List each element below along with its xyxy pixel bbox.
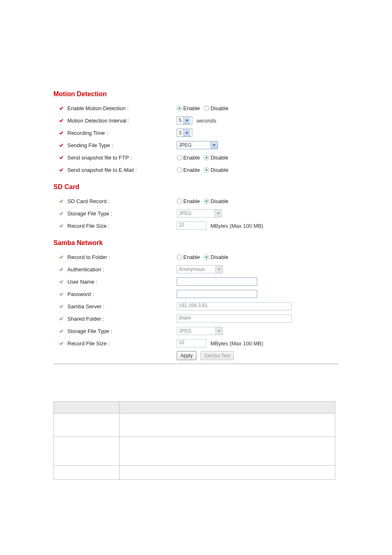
seconds-label: seconds <box>196 118 216 124</box>
samba-record-size-label: Record File Size : <box>67 340 110 347</box>
row-sending-file-type: Sending File Type : JPEG <box>53 139 339 151</box>
settings-panel: Motion Detection Enable Motion Detection… <box>53 90 339 364</box>
sd-card-title: SD Card <box>53 183 339 191</box>
row-samba-storage-type: Storage File Type : JPEG <box>53 325 339 337</box>
samba-password-input[interactable] <box>177 290 257 298</box>
button-row: Apply Samba Test <box>53 351 339 360</box>
table-cell: ' ' ' ' <box>120 414 335 437</box>
row-sdcard-record-size: Record File Size : 10 MBytes (Max 100 MB… <box>53 220 339 232</box>
samba-title: Samba Network <box>53 239 339 247</box>
samba-record-size-input: 10 <box>177 339 206 347</box>
chevron-down-icon <box>215 327 222 335</box>
samba-server-label: Samba Server : <box>67 303 104 310</box>
samba-server-input: 192.168.3.61 <box>177 302 292 310</box>
samba-record-folder-label: Record to Folder : <box>67 254 110 260</box>
sending-file-type-label: Sending File Type : <box>67 142 113 148</box>
row-samba-pass: Password : <box>53 288 339 300</box>
bullet-icon <box>59 211 63 215</box>
send-email-enable-radio[interactable]: Enable <box>177 167 200 173</box>
sdcard-storage-type-select: JPEG <box>177 209 222 217</box>
samba-record-disable-radio[interactable]: Disable <box>204 254 228 260</box>
sdcard-record-size-unit: MBytes (Max 100 MB) <box>210 223 263 229</box>
row-samba-user: User Name : <box>53 275 339 288</box>
table-cell <box>54 437 120 466</box>
description-table: ' ' ' ' <box>53 401 335 480</box>
send-ftp-disable-radio[interactable]: Disable <box>204 155 228 161</box>
chevron-down-icon <box>210 141 217 149</box>
send-ftp-label: Send snapshot file to FTP : <box>67 155 132 161</box>
row-samba-server: Samba Server : 192.168.3.61 <box>53 300 339 312</box>
bullet-icon <box>59 292 63 296</box>
bullet-icon <box>59 168 63 172</box>
samba-storage-type-label: Storage File Type : <box>67 328 112 334</box>
bullet-icon <box>59 280 63 284</box>
bullet-icon <box>59 255 63 259</box>
samba-shared-label: Shared Folder : <box>67 316 104 322</box>
send-email-label: Send snapshot file to E-Mail : <box>67 167 137 173</box>
bullet-icon <box>59 224 63 228</box>
bullet-icon <box>59 267 63 271</box>
svg-marker-2 <box>212 144 216 146</box>
motion-interval-label: Motion Detection Interval : <box>67 118 129 124</box>
bullet-icon <box>59 143 63 147</box>
row-samba-record-folder: Record to Folder : Enable Disable <box>53 251 339 263</box>
svg-marker-3 <box>217 213 220 215</box>
svg-marker-1 <box>185 132 189 134</box>
enable-motion-disable-radio[interactable]: Disable <box>204 105 228 111</box>
table-cell <box>54 466 120 480</box>
samba-shared-input: share <box>177 314 292 323</box>
row-samba-record-size: Record File Size : 10 MBytes (Max 100 MB… <box>53 337 339 349</box>
row-motion-interval: Motion Detection Interval : 5 seconds <box>53 114 339 127</box>
samba-record-size-unit: MBytes (Max 100 MB) <box>210 340 263 347</box>
enable-motion-label: Enable Motion Detection : <box>67 105 129 111</box>
bullet-icon <box>59 155 63 160</box>
row-samba-auth: Authentication : Anonymous <box>53 263 339 275</box>
bullet-icon <box>59 199 63 203</box>
bullet-icon <box>59 131 63 135</box>
svg-marker-0 <box>185 120 189 122</box>
row-sdcard-storage-type: Storage File Type : JPEG <box>53 207 339 220</box>
samba-storage-type-select: JPEG <box>177 327 223 335</box>
recording-time-select[interactable]: 3 <box>177 129 192 137</box>
row-recording-time: Recording Time : 3 <box>53 127 339 139</box>
bullet-icon <box>59 329 63 333</box>
chevron-down-icon <box>183 129 190 136</box>
apply-button[interactable]: Apply <box>177 351 196 360</box>
samba-pass-label: Password : <box>67 291 94 297</box>
send-email-disable-radio[interactable]: Disable <box>204 167 228 173</box>
sdcard-record-label: SD Card Record : <box>67 198 110 204</box>
sdcard-disable-radio[interactable]: Disable <box>204 198 228 204</box>
samba-test-button: Samba Test <box>201 351 234 360</box>
sdcard-enable-radio[interactable]: Enable <box>177 198 200 204</box>
row-enable-motion: Enable Motion Detection : Enable Disable <box>53 102 339 114</box>
enable-motion-enable-radio[interactable]: Enable <box>177 105 200 111</box>
table-header-1 <box>54 402 120 414</box>
bullet-icon <box>59 118 63 123</box>
samba-auth-label: Authentication : <box>67 266 104 273</box>
table-cell <box>54 414 120 437</box>
table-cell <box>120 437 335 466</box>
send-ftp-enable-radio[interactable]: Enable <box>177 155 200 161</box>
row-samba-shared: Shared Folder : share <box>53 312 339 325</box>
recording-time-label: Recording Time : <box>67 130 108 136</box>
chevron-down-icon <box>183 117 190 124</box>
bullet-icon <box>59 304 63 308</box>
sdcard-record-size-label: Record File Size : <box>67 223 110 229</box>
sending-file-type-select[interactable]: JPEG <box>177 141 218 149</box>
svg-marker-4 <box>217 268 221 271</box>
table-header-2 <box>120 402 335 414</box>
samba-user-input[interactable] <box>177 278 257 286</box>
svg-marker-5 <box>217 330 221 332</box>
motion-interval-select[interactable]: 5 <box>177 116 192 125</box>
row-sdcard-record: SD Card Record : Enable Disable <box>53 195 339 207</box>
sdcard-storage-type-label: Storage File Type : <box>67 210 112 217</box>
sdcard-record-size-input: 10 <box>177 222 206 230</box>
samba-record-enable-radio[interactable]: Enable <box>177 254 200 260</box>
row-send-email: Send snapshot file to E-Mail : Enable Di… <box>53 164 339 176</box>
table-cell <box>120 466 335 480</box>
bullet-icon <box>59 106 63 110</box>
bullet-icon <box>59 341 63 345</box>
chevron-down-icon <box>214 210 221 217</box>
samba-auth-select: Anonymous <box>177 265 223 273</box>
row-send-ftp: Send snapshot file to FTP : Enable Disab… <box>53 151 339 164</box>
